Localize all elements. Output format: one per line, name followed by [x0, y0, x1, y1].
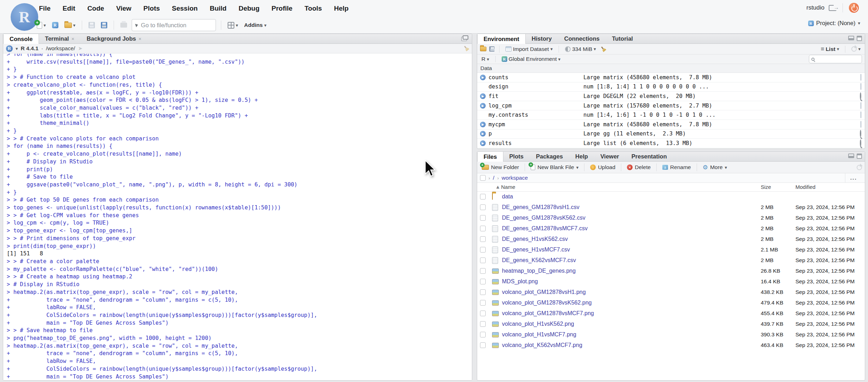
- file-name-link[interactable]: data: [502, 193, 513, 200]
- environment-object-row[interactable]: ▶pLarge gg (11 elements, 2.3 MB): [477, 129, 865, 139]
- column-header-modified[interactable]: Modified: [795, 184, 816, 190]
- file-checkbox[interactable]: [480, 204, 486, 210]
- menu-item-plots[interactable]: Plots: [140, 3, 163, 14]
- tab-history[interactable]: History: [526, 34, 558, 44]
- file-name-link[interactable]: volcano_plot_K562vsMCF7.png: [502, 342, 582, 348]
- save-all-button[interactable]: [99, 21, 109, 29]
- expand-icon[interactable]: ▶: [480, 103, 486, 109]
- import-dataset-button[interactable]: Import Dataset ▾: [504, 45, 554, 53]
- language-selector[interactable]: R ▾: [480, 55, 491, 63]
- tab-files[interactable]: Files: [477, 152, 503, 162]
- load-workspace-icon[interactable]: [480, 47, 486, 51]
- object-action-button[interactable]: [860, 93, 861, 99]
- memory-usage-button[interactable]: 334 MiB ▾: [564, 45, 597, 53]
- object-action-button[interactable]: [861, 121, 861, 128]
- expand-icon[interactable]: ▶: [480, 140, 486, 146]
- object-action-button[interactable]: [861, 103, 861, 109]
- menu-item-debug[interactable]: Debug: [235, 3, 263, 14]
- file-checkbox[interactable]: [480, 342, 486, 348]
- tab-plots[interactable]: Plots: [503, 152, 530, 161]
- new-project-button[interactable]: R: [51, 21, 60, 29]
- file-name-link[interactable]: DE_genes_K562vsMCF7.csv: [502, 257, 576, 264]
- sign-out-icon[interactable]: [829, 5, 836, 11]
- goto-directory-icon[interactable]: ➤: [78, 45, 82, 52]
- object-action-button[interactable]: [860, 140, 861, 146]
- new-file-button[interactable]: + ▾: [35, 21, 47, 30]
- menu-item-tools[interactable]: Tools: [301, 3, 325, 14]
- maximize-panel-icon[interactable]: [857, 154, 862, 159]
- menu-item-build[interactable]: Build: [206, 3, 230, 14]
- tab-terminal[interactable]: Terminal×: [39, 34, 81, 44]
- maximize-panel-icon[interactable]: [463, 35, 468, 40]
- file-name-link[interactable]: DE_genes_H1vsMCF7.csv: [502, 247, 570, 253]
- column-header-name[interactable]: ▲ Name: [496, 184, 515, 190]
- clear-console-icon[interactable]: [462, 45, 470, 53]
- file-checkbox[interactable]: [480, 257, 486, 263]
- close-icon[interactable]: ×: [72, 36, 74, 42]
- environment-object-row[interactable]: ▶my.contrastsnum [1:4, 1:6] 1 -1 0 0 1 0…: [477, 110, 865, 120]
- file-checkbox[interactable]: [480, 300, 486, 306]
- file-checkbox[interactable]: [480, 194, 486, 199]
- refresh-environment-button[interactable]: ▾: [850, 45, 862, 53]
- menu-item-profile[interactable]: Profile: [268, 3, 296, 14]
- file-name-link[interactable]: DE_genes_GM12878vsH1.csv: [502, 204, 579, 210]
- view-mode-button[interactable]: ≡ List ▾: [819, 45, 840, 54]
- maximize-panel-icon[interactable]: [857, 36, 862, 41]
- file-name-link[interactable]: DE_genes_GM12878vsK562.csv: [502, 215, 586, 221]
- clear-environment-icon[interactable]: [599, 45, 607, 53]
- minimize-panel-icon[interactable]: [848, 154, 854, 158]
- file-name-link[interactable]: volcano_plot_H1vsK562.png: [502, 321, 574, 327]
- expand-icon[interactable]: ▶: [480, 131, 486, 137]
- file-name-link[interactable]: DE_genes_GM12878vsMCF7.csv: [502, 225, 588, 232]
- environment-object-row[interactable]: ▶designnum [1:8, 1:4] 1 1 0 0 0 0 0 0 0 …: [477, 82, 865, 92]
- minimize-panel-icon[interactable]: [848, 36, 854, 40]
- chevron-down-icon[interactable]: ▾: [16, 46, 18, 51]
- file-checkbox[interactable]: [480, 311, 486, 316]
- environment-object-row[interactable]: ▶log_cpmLarge matrix (157680 elements, 2…: [477, 101, 865, 111]
- file-checkbox[interactable]: [480, 236, 486, 242]
- environment-object-row[interactable]: ▶mycpmLarge matrix (458680 elements, 7.8…: [477, 120, 865, 129]
- files-toolbar-new-folder-button[interactable]: New Folder: [480, 163, 521, 171]
- file-checkbox[interactable]: [480, 215, 486, 221]
- files-toolbar-rename-button[interactable]: aRename: [661, 163, 693, 171]
- menu-item-help[interactable]: Help: [330, 3, 352, 14]
- open-file-button[interactable]: ▾: [63, 22, 77, 29]
- file-checkbox[interactable]: [480, 279, 486, 284]
- object-action-button[interactable]: [861, 83, 861, 90]
- breadcrumb-root-link[interactable]: /: [493, 175, 494, 181]
- pane-layout-button[interactable]: ▾: [226, 21, 240, 30]
- tab-viewer[interactable]: Viewer: [594, 152, 626, 161]
- menu-item-view[interactable]: View: [113, 3, 135, 14]
- close-icon[interactable]: ×: [138, 36, 141, 42]
- files-toolbar-more-button[interactable]: ⚙More▾: [701, 163, 729, 171]
- tab-environment[interactable]: Environment: [477, 34, 526, 44]
- file-checkbox[interactable]: [480, 321, 486, 327]
- object-action-button[interactable]: [861, 112, 861, 118]
- menu-item-code[interactable]: Code: [84, 3, 108, 14]
- file-name-link[interactable]: heatmap_top_DE_genes.png: [502, 268, 576, 274]
- scope-selector[interactable]: R Global Environment ▾: [500, 55, 562, 63]
- save-button[interactable]: [87, 21, 96, 29]
- files-toolbar-new-blank-file-button[interactable]: New Blank File▾: [529, 163, 580, 171]
- file-name-link[interactable]: DE_genes_H1vsK562.csv: [502, 236, 568, 242]
- menu-item-session[interactable]: Session: [169, 3, 201, 14]
- files-toolbar-upload-button[interactable]: ↑Upload: [588, 163, 617, 171]
- goto-file-function-input[interactable]: Go to file/function: [132, 19, 216, 31]
- object-action-button[interactable]: [860, 131, 861, 137]
- tab-packages[interactable]: Packages: [530, 152, 569, 161]
- r-language-icon[interactable]: R: [6, 45, 13, 52]
- console-output-area[interactable]: > for (name in names(results)) {+ write.…: [3, 54, 472, 380]
- menu-item-file[interactable]: File: [35, 3, 54, 14]
- menu-item-edit[interactable]: Edit: [59, 3, 79, 14]
- expand-icon[interactable]: ▶: [480, 122, 486, 127]
- file-name-link[interactable]: volcano_plot_GM12878vsMCF7.png: [502, 310, 594, 317]
- tab-console[interactable]: Console: [3, 34, 39, 44]
- environment-object-row[interactable]: ▶fitLarge DGEGLM (22 elements, 20 MB): [477, 92, 865, 101]
- environment-object-row[interactable]: ▶resultsLarge list (6 elements, 13.3 MB): [477, 139, 865, 148]
- file-checkbox[interactable]: [480, 332, 486, 337]
- expand-icon[interactable]: ▶: [480, 75, 486, 80]
- tab-tutorial[interactable]: Tutorial: [606, 34, 639, 44]
- file-name-link[interactable]: volcano_plot_GM12878vsK562.png: [502, 300, 592, 306]
- project-selector[interactable]: R Project: (None) ▾: [808, 20, 861, 27]
- files-toolbar-delete-button[interactable]: ×Delete: [625, 163, 652, 171]
